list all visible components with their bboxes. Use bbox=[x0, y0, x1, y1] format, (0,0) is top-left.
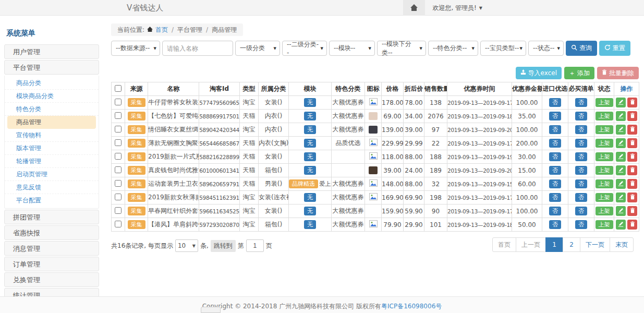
edit-button[interactable] bbox=[616, 98, 626, 107]
filter-select[interactable]: --状态--▼ bbox=[528, 41, 564, 56]
status-badge[interactable]: 上架 bbox=[596, 207, 613, 215]
status-badge[interactable]: 上架 bbox=[596, 179, 613, 188]
page-number-input[interactable] bbox=[246, 239, 264, 252]
delete-button[interactable] bbox=[627, 138, 637, 148]
must-buy-toggle[interactable]: 否 bbox=[575, 152, 587, 161]
sidebar-subitem[interactable]: 意见反馈 bbox=[5, 181, 99, 194]
sidebar-subitem[interactable]: 宣传物料 bbox=[5, 129, 99, 142]
name-search-input[interactable] bbox=[162, 41, 233, 56]
filter-select[interactable]: 一级分类▼ bbox=[235, 41, 280, 56]
edit-button[interactable] bbox=[616, 165, 626, 175]
breadcrumb-home-link[interactable]: 首页 bbox=[155, 26, 168, 34]
select-all-checkbox[interactable] bbox=[115, 85, 121, 92]
import-select-toggle[interactable]: 否 bbox=[549, 193, 561, 202]
delete-button[interactable] bbox=[627, 111, 637, 121]
must-buy-toggle[interactable]: 否 bbox=[575, 193, 587, 202]
edit-button[interactable] bbox=[616, 152, 626, 162]
filter-select[interactable]: --数据来源--▼ bbox=[111, 41, 160, 56]
reset-button[interactable]: 重置 bbox=[599, 41, 630, 56]
edit-button[interactable] bbox=[616, 192, 626, 202]
must-buy-toggle[interactable]: 否 bbox=[575, 166, 587, 175]
status-badge[interactable]: 上架 bbox=[596, 139, 613, 148]
row-checkbox[interactable] bbox=[115, 126, 121, 133]
sidebar-section[interactable]: 订单管理 bbox=[4, 257, 99, 271]
import-select-toggle[interactable]: 否 bbox=[549, 152, 561, 161]
sidebar-section[interactable]: 兑换管理 bbox=[4, 272, 99, 287]
delete-button[interactable] bbox=[627, 152, 637, 162]
add-button[interactable]: ＋ 添加 bbox=[564, 67, 594, 79]
sidebar-section[interactable]: 用户管理 bbox=[4, 44, 99, 59]
delete-button[interactable] bbox=[627, 179, 637, 189]
status-badge[interactable]: 上架 bbox=[596, 220, 613, 229]
sidebar-subitem[interactable]: 商品管理 bbox=[7, 116, 96, 129]
filter-select[interactable]: --特色分类--▼ bbox=[428, 41, 478, 56]
row-checkbox[interactable] bbox=[115, 194, 121, 200]
status-badge[interactable]: 上架 bbox=[596, 152, 613, 161]
home-button[interactable] bbox=[403, 0, 425, 16]
edit-button[interactable] bbox=[616, 206, 626, 216]
import-select-toggle[interactable]: 否 bbox=[549, 220, 561, 229]
status-badge[interactable]: 上架 bbox=[596, 98, 613, 107]
must-buy-toggle[interactable]: 否 bbox=[575, 98, 587, 107]
user-menu[interactable]: 欢迎您, 管理员! ▼ bbox=[432, 4, 482, 13]
filter-select[interactable]: --模块下分类--▼ bbox=[377, 41, 426, 56]
row-checkbox[interactable] bbox=[115, 221, 121, 227]
page-button[interactable]: 末页 bbox=[610, 237, 634, 252]
import-select-toggle[interactable]: 否 bbox=[549, 139, 561, 148]
status-badge[interactable]: 上架 bbox=[596, 112, 613, 121]
must-buy-toggle[interactable]: 否 bbox=[575, 220, 587, 229]
import-excel-button[interactable]: 导入excel bbox=[516, 67, 562, 79]
sidebar-section[interactable]: 平台管理 bbox=[4, 60, 99, 75]
sidebar-subitem[interactable]: 版本管理 bbox=[5, 142, 99, 155]
sidebar-subitem[interactable]: 平台配置 bbox=[5, 194, 99, 207]
delete-button[interactable] bbox=[627, 220, 637, 230]
status-badge[interactable]: 上架 bbox=[596, 125, 613, 134]
import-select-toggle[interactable]: 否 bbox=[549, 125, 561, 134]
must-buy-toggle[interactable]: 否 bbox=[575, 139, 587, 148]
sidebar-subitem[interactable]: 轮播管理 bbox=[5, 155, 99, 168]
delete-button[interactable] bbox=[627, 165, 637, 175]
import-select-toggle[interactable]: 否 bbox=[549, 166, 561, 175]
batch-delete-button[interactable]: 批量删除 bbox=[597, 67, 639, 79]
clipped-button[interactable] bbox=[201, 307, 221, 313]
row-checkbox[interactable] bbox=[115, 99, 121, 105]
sidebar-section[interactable]: 拼团管理 bbox=[4, 210, 99, 224]
edit-button[interactable] bbox=[616, 179, 626, 189]
import-select-toggle[interactable]: 否 bbox=[549, 179, 561, 188]
filter-select[interactable]: --宝贝类型--▼ bbox=[480, 41, 526, 56]
row-checkbox[interactable] bbox=[115, 207, 121, 214]
sidebar-section[interactable]: 消息管理 bbox=[4, 241, 99, 256]
status-badge[interactable]: 上架 bbox=[596, 193, 613, 202]
row-checkbox[interactable] bbox=[115, 180, 121, 187]
must-buy-toggle[interactable]: 否 bbox=[575, 112, 587, 121]
page-button[interactable]: 1 bbox=[545, 237, 563, 252]
page-button[interactable]: 下一页 bbox=[580, 237, 610, 252]
status-badge[interactable]: 上架 bbox=[596, 166, 613, 175]
filter-select[interactable]: --模块--▼ bbox=[329, 41, 375, 56]
row-checkbox[interactable] bbox=[115, 139, 121, 146]
sidebar-section[interactable]: 省惠快报 bbox=[4, 225, 99, 240]
delete-button[interactable] bbox=[627, 125, 637, 135]
sidebar-subitem[interactable]: 特色分类 bbox=[5, 103, 99, 116]
import-select-toggle[interactable]: 否 bbox=[549, 112, 561, 121]
delete-button[interactable] bbox=[627, 98, 637, 107]
sidebar-subitem[interactable]: 启动页管理 bbox=[5, 168, 99, 181]
delete-button[interactable] bbox=[627, 206, 637, 216]
page-button[interactable]: 2 bbox=[563, 237, 580, 252]
row-checkbox[interactable] bbox=[115, 166, 121, 173]
sidebar-subitem[interactable]: 模块商品分类 bbox=[5, 90, 99, 103]
edit-button[interactable] bbox=[616, 125, 626, 135]
icp-link[interactable]: 粤ICP备16098006号 bbox=[381, 303, 442, 310]
search-button[interactable]: 查询 bbox=[566, 41, 597, 56]
edit-button[interactable] bbox=[616, 111, 626, 121]
must-buy-toggle[interactable]: 否 bbox=[575, 179, 587, 188]
must-buy-toggle[interactable]: 否 bbox=[575, 207, 587, 215]
must-buy-toggle[interactable]: 否 bbox=[575, 125, 587, 134]
sidebar-subitem[interactable]: 商品分类 bbox=[5, 77, 99, 90]
edit-button[interactable] bbox=[616, 138, 626, 148]
row-checkbox[interactable] bbox=[115, 112, 121, 119]
delete-button[interactable] bbox=[627, 192, 637, 202]
import-select-toggle[interactable]: 否 bbox=[549, 98, 561, 107]
import-select-toggle[interactable]: 否 bbox=[549, 207, 561, 215]
page-size-select[interactable]: 10▼ bbox=[175, 239, 198, 252]
